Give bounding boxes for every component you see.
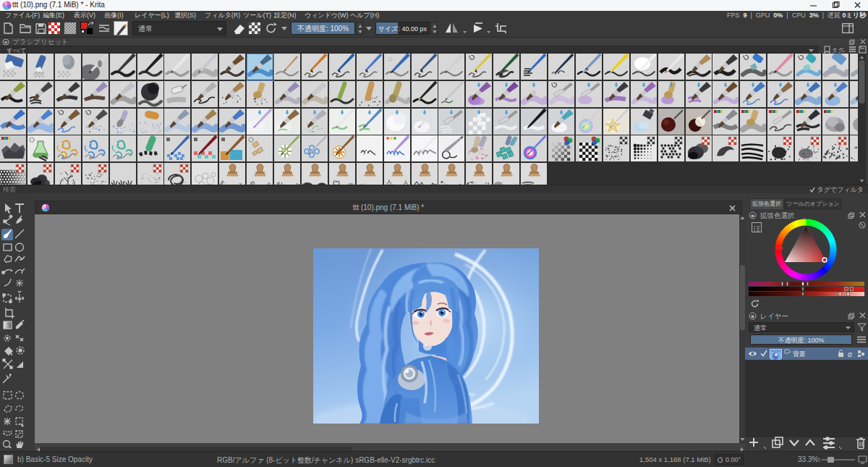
svg-text:α: α: [848, 350, 852, 358]
svg-text:タグ: タグ: [832, 47, 844, 54]
